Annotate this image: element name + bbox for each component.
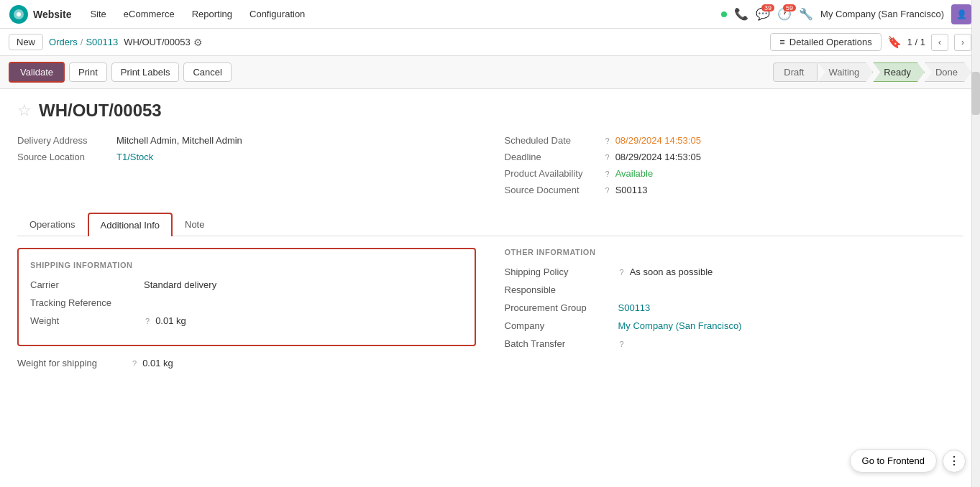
weight-for-shipping-field: Weight for shipping ? 0.01 kg (17, 358, 476, 368)
product-availability-field: Product Availability ? Available (505, 168, 963, 179)
doc-header: ☆ WH/OUT/00053 (17, 101, 963, 121)
activity-icon[interactable]: 🕐 59 (777, 7, 792, 22)
tab-operations[interactable]: Operations (17, 213, 88, 236)
order-id-link[interactable]: S00113 (86, 37, 118, 47)
source-document-label: Source Document (505, 185, 598, 195)
top-nav: Website Site eCommerce Reporting Configu… (0, 0, 980, 29)
nav-reporting[interactable]: Reporting (185, 4, 239, 24)
other-section-title: OTHER INFORMATION (505, 248, 963, 256)
deadline-value: 08/29/2024 14:53:05 (615, 152, 701, 162)
delivery-address-label: Delivery Address (17, 135, 111, 146)
carrier-label: Carrier (30, 279, 138, 290)
deadline-field: Deadline ? 08/29/2024 14:53:05 (505, 152, 963, 162)
tabs: Operations Additional Info Note (17, 213, 963, 236)
pagination-text: 1 / 1 (907, 37, 925, 47)
scheduled-date-value: 08/29/2024 14:53:05 (615, 135, 701, 146)
breadcrumb-sep1: / (81, 37, 83, 47)
user-avatar[interactable]: 👤 (951, 4, 971, 24)
source-document-field: Source Document ? S00113 (505, 185, 963, 195)
source-location-value[interactable]: T1/Stock (116, 152, 153, 162)
shipping-policy-value: As soon as possible (630, 266, 713, 277)
validate-button[interactable]: Validate (9, 62, 65, 83)
carrier-value: Standard delivery (144, 279, 216, 290)
nav-links: Site eCommerce Reporting Configuration (83, 4, 312, 24)
new-button[interactable]: New (9, 34, 43, 50)
nav-site[interactable]: Site (83, 4, 113, 24)
status-ready[interactable]: Ready (873, 62, 925, 82)
main-content: ☆ WH/OUT/00053 Delivery Address Mitchell… (0, 89, 980, 387)
svg-point-2 (17, 12, 21, 17)
company-value[interactable]: My Company (San Francisco) (618, 320, 742, 331)
company-label: Company (505, 320, 613, 331)
weight-field: Weight ? 0.01 kg (30, 315, 463, 326)
scheduled-date-label: Scheduled Date (505, 135, 598, 146)
form-grid: Delivery Address Mitchell Admin, Mitchel… (17, 135, 963, 195)
breadcrumb: Orders / S00113 WH/OUT/00053 ⚙ (49, 37, 203, 48)
orders-link[interactable]: Orders (49, 37, 78, 47)
nav-configuration[interactable]: Configuration (242, 4, 312, 24)
settings-icon[interactable]: 🔧 (799, 7, 813, 22)
hamburger-icon: ≡ (779, 37, 785, 47)
form-left: Delivery Address Mitchell Admin, Mitchel… (17, 135, 476, 195)
prev-page-button[interactable]: ‹ (931, 34, 948, 51)
delivery-address-value: Mitchell Admin, Mitchell Admin (116, 135, 242, 146)
tab-note[interactable]: Note (173, 213, 216, 236)
delivery-address-field: Delivery Address Mitchell Admin, Mitchel… (17, 135, 476, 146)
procurement-group-label: Procurement Group (505, 302, 613, 313)
nav-logo: Website (9, 4, 71, 24)
batch-transfer-label: Batch Transfer (505, 338, 613, 349)
activity-badge: 59 (783, 4, 796, 11)
procurement-group-value[interactable]: S00113 (618, 302, 651, 313)
shipping-section-title: SHIPPING INFORMATION (30, 261, 463, 269)
brand-name[interactable]: Website (33, 9, 71, 20)
favorite-star-icon[interactable]: ☆ (17, 101, 32, 120)
print-labels-button[interactable]: Print Labels (111, 62, 180, 82)
next-page-button[interactable]: › (954, 34, 971, 51)
tracking-ref-label: Tracking Reference (30, 297, 138, 308)
scrollbar-track[interactable] (971, 0, 980, 387)
phone-icon[interactable]: 📞 (734, 7, 748, 22)
settings-gear-icon[interactable]: ⚙ (193, 37, 203, 48)
tracking-ref-field: Tracking Reference (30, 297, 463, 308)
status-done[interactable]: Done (925, 62, 971, 82)
nav-right: 📞 💬 39 🕐 59 🔧 My Company (San Francisco)… (721, 4, 971, 24)
form-right: Scheduled Date ? 08/29/2024 14:53:05 Dea… (505, 135, 963, 195)
detailed-ops-label: Detailed Operations (789, 37, 872, 47)
tab-additional-info[interactable]: Additional Info (88, 213, 173, 236)
pagination-area: 🔖 1 / 1 ‹ › (887, 34, 971, 51)
chat-icon[interactable]: 💬 39 (756, 7, 770, 22)
cancel-button[interactable]: Cancel (183, 62, 231, 82)
batch-transfer-field: Batch Transfer ? (505, 338, 963, 349)
product-availability-label: Product Availability (505, 168, 598, 179)
tab-content: SHIPPING INFORMATION Carrier Standard de… (17, 248, 963, 376)
status-draft[interactable]: Draft (773, 62, 818, 82)
company-field: Company My Company (San Francisco) (505, 320, 963, 331)
shipping-policy-label: Shipping Policy (505, 266, 613, 277)
weight-for-shipping-value: 0.01 kg (142, 358, 173, 368)
current-doc: WH/OUT/00053 (124, 37, 190, 47)
shipping-policy-field: Shipping Policy ? As soon as possible (505, 266, 963, 277)
status-steps: Draft Waiting Ready Done (773, 62, 971, 82)
shipping-info-box: SHIPPING INFORMATION Carrier Standard de… (17, 248, 476, 346)
carrier-field: Carrier Standard delivery (30, 279, 463, 290)
detailed-operations-button[interactable]: ≡ Detailed Operations (770, 33, 881, 51)
weight-value: 0.01 kg (155, 315, 186, 326)
action-bar: Validate Print Print Labels Cancel Draft… (0, 56, 980, 89)
source-location-label: Source Location (17, 152, 111, 162)
status-waiting[interactable]: Waiting (818, 62, 873, 82)
app-logo (9, 4, 29, 24)
shipping-section: SHIPPING INFORMATION Carrier Standard de… (17, 248, 476, 376)
other-section: OTHER INFORMATION Shipping Policy ? As s… (505, 248, 963, 376)
source-location-field: Source Location T1/Stock (17, 152, 476, 162)
procurement-group-field: Procurement Group S00113 (505, 302, 963, 313)
responsible-field: Responsible (505, 284, 963, 295)
scrollbar-thumb[interactable] (971, 72, 980, 115)
company-name[interactable]: My Company (San Francisco) (820, 9, 944, 19)
responsible-label: Responsible (505, 284, 613, 295)
nav-ecommerce[interactable]: eCommerce (116, 4, 182, 24)
scheduled-date-field: Scheduled Date ? 08/29/2024 14:53:05 (505, 135, 963, 146)
weight-for-shipping-label: Weight for shipping (17, 358, 125, 368)
bookmark-icon[interactable]: 🔖 (887, 35, 902, 49)
source-document-value: S00113 (615, 185, 648, 195)
print-button[interactable]: Print (69, 62, 107, 82)
